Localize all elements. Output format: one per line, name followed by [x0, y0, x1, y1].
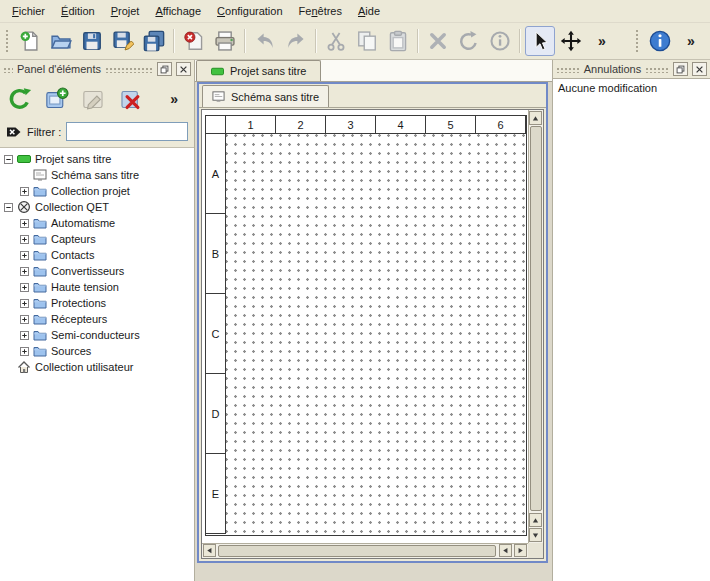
- scroll-down-button[interactable]: [529, 528, 542, 542]
- toolbar-grip[interactable]: [635, 29, 640, 53]
- expand-icon[interactable]: [20, 219, 29, 228]
- scroll-right-button[interactable]: [514, 544, 527, 557]
- arrow-up-icon: [532, 517, 539, 524]
- more-help-button[interactable]: »: [676, 26, 706, 56]
- project-window: Schéma sans titre 123456 ABCDE: [197, 82, 548, 563]
- vertical-scrollbar[interactable]: [528, 110, 543, 543]
- selection-mode-button[interactable]: [525, 26, 555, 56]
- expand-icon[interactable]: [20, 315, 29, 324]
- redo-button[interactable]: [281, 26, 311, 56]
- expand-icon[interactable]: [20, 187, 29, 196]
- folder-icon: [33, 344, 47, 358]
- clear-filter-icon[interactable]: [6, 124, 22, 140]
- collapse-icon[interactable]: [4, 155, 13, 164]
- menu-projet[interactable]: Projet: [103, 2, 148, 20]
- tree-item-semi-conducteurs[interactable]: Semi-conducteurs: [0, 327, 194, 343]
- expand-icon[interactable]: [20, 235, 29, 244]
- tree-item-collection-qet[interactable]: Collection QET: [0, 199, 194, 215]
- about-qet-button[interactable]: [645, 26, 675, 56]
- undo-button[interactable]: [250, 26, 280, 56]
- paste-button[interactable]: [383, 26, 413, 56]
- menu-affichage[interactable]: Affichage: [147, 2, 209, 20]
- edit-element-button[interactable]: [79, 84, 109, 114]
- row-header-C: C: [206, 294, 226, 374]
- mdi-center: Projet sans titre Schéma sans titre: [195, 60, 552, 581]
- save-as-button[interactable]: [108, 26, 138, 56]
- scroll-up-button[interactable]: [529, 111, 542, 125]
- arrow-left-icon: [206, 547, 213, 554]
- expand-icon[interactable]: [20, 267, 29, 276]
- collapse-icon[interactable]: [4, 203, 13, 212]
- tab-project[interactable]: Projet sans titre: [196, 60, 321, 81]
- tree-item-label: Protections: [51, 297, 106, 309]
- menu-configuration[interactable]: Configuration: [209, 2, 290, 20]
- frame-corner: [206, 116, 226, 134]
- tree-item-capteurs[interactable]: Capteurs: [0, 231, 194, 247]
- tree-item-contacts[interactable]: Contacts: [0, 247, 194, 263]
- vertical-scrollbar-thumb[interactable]: [530, 126, 542, 511]
- horizontal-scrollbar[interactable]: [202, 543, 528, 558]
- rotate-icon: [458, 30, 480, 52]
- tree-item-collection-projet[interactable]: Collection projet: [0, 183, 194, 199]
- tree-item-convertisseurs[interactable]: Convertisseurs: [0, 263, 194, 279]
- expand-icon[interactable]: [20, 251, 29, 260]
- close-panel-button[interactable]: [176, 62, 191, 76]
- delete-element-button[interactable]: [115, 84, 145, 114]
- expand-icon[interactable]: [20, 299, 29, 308]
- close-panel-button[interactable]: [692, 62, 707, 76]
- float-panel-button[interactable]: [673, 62, 688, 76]
- delete-selection-button[interactable]: [423, 26, 453, 56]
- cut-icon: [325, 30, 347, 52]
- scroll-left-button[interactable]: [203, 544, 216, 557]
- close-project-button[interactable]: [179, 26, 209, 56]
- row-header-B: B: [206, 214, 226, 294]
- expand-icon[interactable]: [20, 347, 29, 356]
- open-project-button[interactable]: [46, 26, 76, 56]
- folder-icon: [33, 312, 47, 326]
- save-all-button[interactable]: [139, 26, 169, 56]
- expand-icon[interactable]: [20, 331, 29, 340]
- save-button[interactable]: [77, 26, 107, 56]
- new-element-button[interactable]: [42, 84, 72, 114]
- tree-item-schema-sans-titre[interactable]: Schéma sans titre: [0, 167, 194, 183]
- copy-button[interactable]: [352, 26, 382, 56]
- toolbar-grip[interactable]: [5, 29, 10, 53]
- diagram-canvas[interactable]: 123456 ABCDE: [202, 110, 528, 543]
- menu-edition[interactable]: Édition: [53, 2, 103, 20]
- grid-dots[interactable]: [226, 134, 526, 534]
- selection-info-button[interactable]: [485, 26, 515, 56]
- scroll-left-button[interactable]: [499, 544, 512, 557]
- print-button[interactable]: [210, 26, 240, 56]
- scroll-up-button[interactable]: [529, 513, 542, 527]
- tab-diagram[interactable]: Schéma sans titre: [202, 85, 329, 107]
- tree-item-automatisme[interactable]: Automatisme: [0, 215, 194, 231]
- toolbar-separator: [519, 29, 521, 53]
- dock-grip[interactable]: [645, 66, 669, 73]
- more-tools-button[interactable]: »: [587, 26, 617, 56]
- pan-mode-button[interactable]: [556, 26, 586, 56]
- project-icon: [211, 65, 224, 78]
- filter-input[interactable]: [66, 122, 188, 141]
- cut-button[interactable]: [321, 26, 351, 56]
- dock-grip[interactable]: [105, 66, 153, 73]
- menu-fenetres[interactable]: Fenêtres: [291, 2, 350, 20]
- tree-item-projet-sans-titre[interactable]: Projet sans titre: [0, 151, 194, 167]
- tree-item-sources[interactable]: Sources: [0, 343, 194, 359]
- expand-icon[interactable]: [20, 283, 29, 292]
- dock-grip[interactable]: [556, 66, 580, 73]
- tree-item-collection-utilisateur[interactable]: Collection utilisateur: [0, 359, 194, 375]
- rotate-selection-button[interactable]: [454, 26, 484, 56]
- dock-grip[interactable]: [3, 66, 13, 73]
- menu-fichier[interactable]: Fichier: [4, 2, 53, 20]
- tree-item-recepteurs[interactable]: Récepteurs: [0, 311, 194, 327]
- tree-item-haute-tension[interactable]: Haute tension: [0, 279, 194, 295]
- arrow-right-icon: [517, 547, 524, 554]
- menu-aide[interactable]: Aide: [350, 2, 388, 20]
- horizontal-scrollbar-thumb[interactable]: [218, 545, 496, 557]
- tree-item-protections[interactable]: Protections: [0, 295, 194, 311]
- new-project-button[interactable]: [15, 26, 45, 56]
- panel-overflow-button[interactable]: »: [159, 84, 189, 114]
- float-panel-button[interactable]: [157, 62, 172, 76]
- project-tabbar: Projet sans titre: [195, 60, 552, 82]
- reload-collections-button[interactable]: [5, 84, 35, 114]
